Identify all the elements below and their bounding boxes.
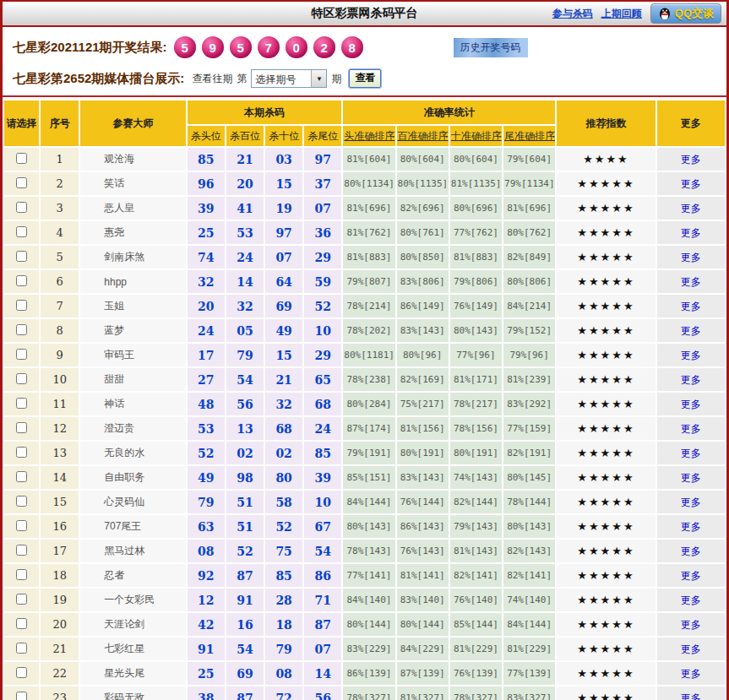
row-checkbox[interactable]: [16, 545, 27, 556]
row-number: 4: [41, 221, 79, 244]
more-link[interactable]: 更多: [681, 668, 701, 680]
accuracy-ten-value: 80%[191]: [450, 442, 502, 464]
row-checkbox[interactable]: [16, 226, 27, 237]
accuracy-ten-value: 80%[604]: [450, 148, 502, 171]
kill-ten-value: 21: [265, 368, 302, 391]
master-name: hhpp: [80, 270, 185, 293]
row-checkbox[interactable]: [16, 520, 27, 531]
kill-ten-value: 80: [265, 466, 302, 489]
sort-link-ten-accuracy[interactable]: 十准确排序: [450, 126, 502, 146]
master-name: 蓝梦: [80, 319, 185, 342]
previous-period-link[interactable]: 上期回顾: [601, 7, 642, 21]
kill-tail-value: 54: [304, 540, 341, 562]
more-link[interactable]: 更多: [681, 350, 701, 361]
more-link[interactable]: 更多: [681, 301, 701, 312]
kill-hundred-value: 87: [226, 686, 264, 700]
row-checkbox[interactable]: [16, 447, 27, 458]
accuracy-head-value: 80%[1181]: [343, 344, 394, 366]
col-header-more: 更多: [657, 100, 725, 146]
row-checkbox[interactable]: [16, 569, 27, 580]
view-button[interactable]: 查看: [349, 69, 381, 88]
row-checkbox[interactable]: [16, 153, 27, 164]
more-link[interactable]: 更多: [681, 448, 701, 459]
more-cell: 更多: [657, 344, 725, 366]
kill-hundred-value: 20: [226, 172, 264, 195]
more-link[interactable]: 更多: [681, 692, 701, 700]
join-killcode-link[interactable]: 参与杀码: [552, 7, 593, 21]
master-name: 澄迈贵: [80, 417, 185, 440]
chevron-down-icon[interactable]: ▼: [311, 70, 326, 87]
master-name: 剑南床煞: [80, 246, 185, 269]
more-link[interactable]: 更多: [681, 252, 701, 263]
select-cell: [4, 613, 39, 636]
row-checkbox[interactable]: [16, 667, 27, 678]
sort-link-head-accuracy[interactable]: 头准确排序: [343, 126, 394, 146]
row-checkbox[interactable]: [16, 643, 27, 654]
qq-penguin-icon: [658, 7, 672, 20]
sort-link-hundred-accuracy[interactable]: 百准确排序: [397, 126, 449, 146]
history-numbers-button[interactable]: 历史开奖号码: [454, 38, 528, 57]
more-link[interactable]: 更多: [681, 203, 701, 214]
accuracy-ten-value: 81%[883]: [450, 246, 502, 269]
more-link[interactable]: 更多: [681, 521, 701, 533]
row-checkbox[interactable]: [16, 618, 27, 629]
kill-tail-value: 68: [304, 393, 341, 415]
kill-tail-value: 67: [304, 515, 341, 538]
row-checkbox[interactable]: [16, 422, 27, 433]
qq-chat-button[interactable]: QQ交谈: [650, 3, 721, 24]
row-number: 5: [41, 246, 79, 269]
row-checkbox[interactable]: [16, 496, 27, 507]
lottery-ball: 2: [313, 36, 335, 58]
row-checkbox[interactable]: [16, 251, 27, 262]
accuracy-hundred-value: 86%[143]: [397, 515, 449, 538]
kill-ten-value: 28: [265, 589, 302, 611]
select-cell: [4, 270, 39, 293]
more-link[interactable]: 更多: [681, 423, 701, 435]
accuracy-head-value: 84%[140]: [343, 589, 394, 611]
accuracy-tail-value: 79%[1134]: [503, 172, 555, 195]
master-name: 星光头尾: [80, 662, 185, 685]
kill-head-value: 48: [188, 393, 225, 415]
more-link[interactable]: 更多: [681, 399, 701, 410]
row-checkbox[interactable]: [16, 398, 27, 409]
more-link[interactable]: 更多: [681, 570, 701, 582]
kill-tail-value: 10: [304, 491, 341, 513]
row-checkbox[interactable]: [16, 275, 27, 286]
table-row: 14自由职务4998803985%[151]83%[143]74%[143]80…: [4, 466, 725, 489]
more-link[interactable]: 更多: [681, 374, 701, 386]
row-checkbox[interactable]: [16, 349, 27, 360]
master-name: 笑话: [80, 172, 185, 195]
sort-link-tail-accuracy[interactable]: 尾准确排序: [503, 126, 555, 146]
more-link[interactable]: 更多: [681, 545, 701, 557]
more-link[interactable]: 更多: [681, 643, 701, 655]
more-link[interactable]: 更多: [681, 178, 701, 190]
row-checkbox[interactable]: [16, 594, 27, 605]
period-select[interactable]: 选择期号 ▼: [251, 69, 327, 88]
more-cell: 更多: [657, 662, 725, 685]
star-rating: ★★★★: [557, 148, 655, 171]
kill-head-value: 52: [188, 442, 225, 464]
more-link[interactable]: 更多: [681, 497, 701, 508]
row-checkbox[interactable]: [16, 373, 27, 384]
row-checkbox[interactable]: [16, 324, 27, 335]
more-link[interactable]: 更多: [681, 594, 701, 606]
more-link[interactable]: 更多: [681, 276, 701, 288]
select-cell: [4, 295, 39, 317]
accuracy-ten-value: 85%[144]: [450, 613, 502, 636]
more-link[interactable]: 更多: [681, 325, 701, 337]
accuracy-head-value: 84%[144]: [343, 491, 394, 513]
table-row: 12澄迈贵5313682487%[174]81%[156]78%[156]77%…: [4, 417, 725, 440]
lottery-platform-page: 特区彩票网杀码平台 参与杀码 上期回顾 QQ交谈 七星彩2021121期开奖结果…: [0, 0, 729, 700]
more-link[interactable]: 更多: [681, 619, 701, 631]
row-checkbox[interactable]: [16, 300, 27, 311]
row-checkbox[interactable]: [16, 177, 27, 188]
accuracy-head-value: 80%[284]: [343, 393, 394, 415]
row-checkbox[interactable]: [16, 202, 27, 213]
more-link[interactable]: 更多: [681, 472, 701, 484]
row-number: 16: [41, 515, 79, 538]
kill-tail-value: 56: [304, 686, 341, 700]
row-checkbox[interactable]: [16, 692, 27, 700]
more-link[interactable]: 更多: [681, 154, 701, 166]
row-checkbox[interactable]: [16, 471, 27, 482]
more-link[interactable]: 更多: [681, 227, 701, 239]
